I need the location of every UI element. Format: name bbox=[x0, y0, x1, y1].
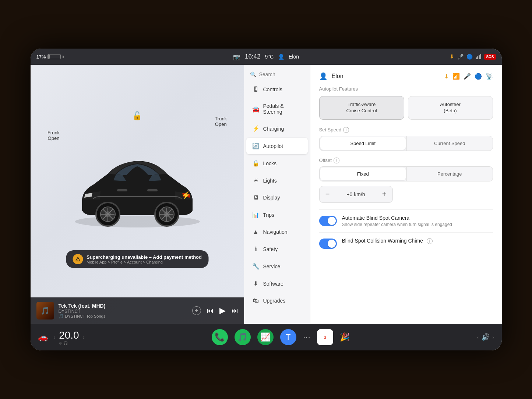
status-bar: 17% 📷 16:42 9°C 👤 Elon ⬇ 🎤 🔵 bbox=[31, 49, 502, 65]
add-track-button[interactable]: + bbox=[192, 306, 201, 315]
car-canvas: Frunk Open Trunk Open 🔓 bbox=[31, 65, 244, 297]
left-panel: Frunk Open Trunk Open 🔓 bbox=[31, 65, 244, 324]
prev-button[interactable]: ⏮ bbox=[207, 307, 214, 315]
screen-bezel: 17% 📷 16:42 9°C 👤 Elon ⬇ 🎤 🔵 bbox=[31, 49, 502, 350]
search-label: Search bbox=[259, 71, 275, 77]
calendar-app[interactable]: 3 bbox=[317, 329, 333, 345]
status-bar-left: 17% bbox=[36, 54, 64, 60]
play-button[interactable]: ▶ bbox=[219, 306, 226, 315]
locks-icon: 🔒 bbox=[252, 160, 260, 167]
set-speed-row: Set Speed i Speed Limit Current Speed bbox=[319, 127, 493, 151]
autopilot-icon: 🔄 bbox=[252, 142, 260, 149]
volume-controls: ‹ 🔊 › bbox=[477, 333, 494, 341]
nav-item-controls[interactable]: 🎛 Controls bbox=[246, 81, 308, 98]
screen-inner: 17% 📷 16:42 9°C 👤 Elon ⬇ 🎤 🔵 bbox=[31, 49, 502, 350]
nav-panel: 🔍 Search 🎛 Controls 🚘 Pedals & Steering … bbox=[244, 65, 310, 324]
collision-info-icon[interactable]: i bbox=[427, 238, 433, 244]
nav-item-service[interactable]: 🔧 Service bbox=[246, 258, 308, 275]
nav-item-software[interactable]: ⬇ Software bbox=[246, 275, 308, 292]
charging-label: Charging bbox=[263, 126, 284, 132]
track-info: Tek Tek (feat. MHD) DYSTINCT 🎵 DYSTINCT … bbox=[59, 303, 188, 319]
offset-info-icon[interactable]: i bbox=[334, 158, 339, 163]
signal-bar-4 bbox=[480, 54, 481, 59]
mic-icon: 🎤 bbox=[457, 54, 464, 60]
nav-item-locks[interactable]: 🔒 Locks bbox=[246, 155, 308, 172]
taskbar: 🚗 ‹ 20.0 ⊙ 🎧 › 📞 bbox=[31, 324, 502, 350]
party-app[interactable]: 🎉 bbox=[340, 332, 350, 342]
collision-warning-row: Blind Spot Collision Warning Chime i bbox=[319, 232, 493, 254]
volume-left-arrow[interactable]: ‹ bbox=[477, 334, 479, 340]
right-panel: 👤 Elon ⬇ 📶 🎤 🔵 📡 Autopilot Features bbox=[310, 65, 502, 324]
battery-tip bbox=[63, 56, 64, 58]
music-controls: + ⏮ ▶ ⏭ bbox=[192, 306, 238, 315]
blind-spot-camera-toggle[interactable] bbox=[319, 216, 337, 226]
offset-decrease-button[interactable]: − bbox=[320, 186, 336, 202]
controls-label: Controls bbox=[263, 86, 282, 92]
green-app[interactable]: 📈 bbox=[257, 329, 274, 345]
pedals-icon: 🚘 bbox=[252, 106, 260, 113]
more-apps-button[interactable]: ⋯ bbox=[303, 333, 310, 342]
source-icon: 🎵 bbox=[59, 314, 64, 319]
nav-item-pedals[interactable]: 🚘 Pedals & Steering bbox=[246, 98, 308, 120]
speed-sub-icon1: ⊙ bbox=[59, 341, 62, 345]
nav-item-upgrades[interactable]: 🛍 Upgrades bbox=[246, 293, 308, 309]
navigation-label: Navigation bbox=[263, 229, 288, 235]
status-bar-center: 📷 16:42 9°C 👤 Elon bbox=[233, 53, 299, 60]
percentage-button[interactable]: Percentage bbox=[407, 167, 493, 181]
speed-sub-icon2: 🎧 bbox=[63, 341, 68, 345]
navigation-icon: ▲ bbox=[252, 229, 260, 235]
nav-item-display[interactable]: 🖥 Display bbox=[246, 190, 308, 206]
main-content: Frunk Open Trunk Open 🔓 bbox=[31, 65, 502, 324]
blue-app[interactable]: T bbox=[280, 329, 296, 345]
collision-warning-label: Blind Spot Collision Warning Chime i bbox=[342, 238, 433, 244]
spotify-app[interactable]: 🎵 bbox=[235, 329, 251, 345]
offset-control: − +0 km/h + bbox=[319, 186, 393, 203]
feature1-line2: Cruise Control bbox=[324, 108, 399, 114]
frunk-line2: Open bbox=[47, 135, 60, 141]
speed-increase-arrow[interactable]: › bbox=[83, 334, 85, 340]
blue-app-icon: T bbox=[286, 332, 290, 342]
volume-icon: 🔊 bbox=[482, 333, 490, 341]
nav-item-lights[interactable]: ☀ Lights bbox=[246, 172, 308, 189]
taskbar-center: 📞 🎵 📈 T ⋯ 3 🎉 bbox=[212, 329, 350, 345]
nav-item-navigation[interactable]: ▲ Navigation bbox=[246, 224, 308, 240]
battery-indicator: 17% bbox=[36, 54, 64, 60]
nav-item-safety[interactable]: ℹ Safety bbox=[246, 241, 308, 257]
supercharging-text: Supercharging unavailable – Add payment … bbox=[87, 254, 202, 264]
volume-right-arrow[interactable]: › bbox=[493, 334, 494, 340]
upgrades-label: Upgrades bbox=[263, 298, 286, 304]
safety-icon: ℹ bbox=[252, 246, 260, 253]
nav-item-charging[interactable]: ⚡ Charging bbox=[246, 120, 308, 137]
next-button[interactable]: ⏭ bbox=[232, 307, 238, 315]
lights-icon: ☀ bbox=[252, 177, 260, 184]
service-icon: 🔧 bbox=[252, 263, 260, 270]
offset-label: Offset i bbox=[319, 158, 493, 163]
autosteer-button[interactable]: Autosteer (Beta) bbox=[408, 96, 493, 120]
nav-item-autopilot[interactable]: 🔄 Autopilot bbox=[246, 138, 308, 154]
lights-label: Lights bbox=[263, 178, 277, 184]
speed-decrease-arrow[interactable]: ‹ bbox=[54, 334, 56, 340]
collision-warning-toggle[interactable] bbox=[319, 239, 337, 249]
wifi-icon: 📶 bbox=[452, 73, 460, 80]
collision-warning-text: Blind Spot Collision Warning Chime bbox=[342, 238, 423, 244]
service-label: Service bbox=[263, 264, 281, 269]
profile-name: Elon bbox=[332, 73, 343, 80]
speed-limit-button[interactable]: Speed Limit bbox=[320, 137, 406, 150]
collision-warning-info: Blind Spot Collision Warning Chime i bbox=[342, 238, 433, 244]
nav-search[interactable]: 🔍 Search bbox=[244, 68, 310, 81]
signal-bar-1 bbox=[476, 57, 477, 59]
phone-app[interactable]: 📞 bbox=[212, 329, 228, 345]
set-speed-info-icon[interactable]: i bbox=[343, 127, 349, 133]
nav-item-trips[interactable]: 📊 Trips bbox=[246, 206, 308, 223]
fixed-button[interactable]: Fixed bbox=[320, 167, 406, 180]
set-speed-text: Set Speed bbox=[319, 127, 342, 133]
autopilot-section-title: Autopilot Features bbox=[319, 86, 493, 92]
status-user[interactable]: Elon bbox=[289, 54, 299, 60]
offset-increase-button[interactable]: + bbox=[376, 186, 392, 202]
sos-badge[interactable]: SOS bbox=[484, 54, 496, 60]
traffic-aware-button[interactable]: Traffic-Aware Cruise Control bbox=[319, 96, 404, 120]
speed-value-group: 20.0 ⊙ 🎧 bbox=[59, 329, 79, 345]
mic-status-icon: 🎤 bbox=[464, 73, 471, 80]
current-speed-button[interactable]: Current Speed bbox=[407, 136, 493, 151]
blind-spot-camera-row: Automatic Blind Spot Camera Show side re… bbox=[319, 209, 493, 232]
